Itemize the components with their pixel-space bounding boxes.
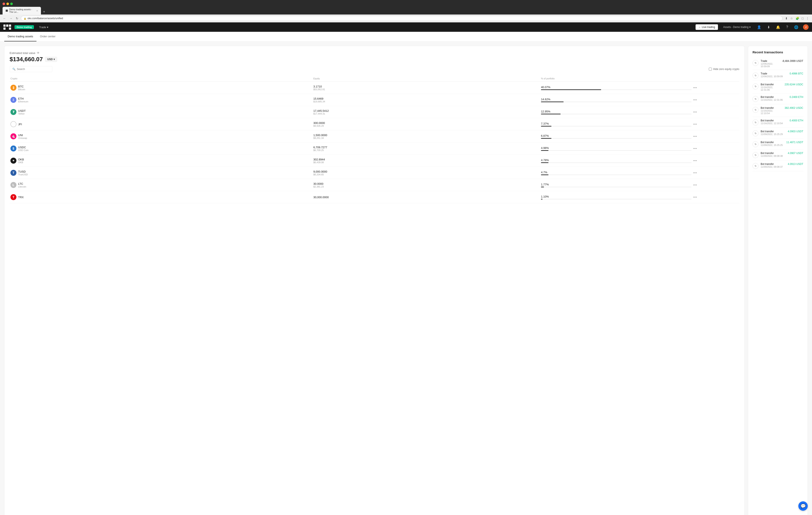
more-options-btn[interactable]: ••• xyxy=(693,98,738,102)
crypto-names: TRX xyxy=(18,196,24,199)
tx-date: 11/16/2022, 12:31:06 xyxy=(761,99,787,101)
transaction-item: ↻ Bot transfer 11/09/2022, 15:25:25 11.4… xyxy=(753,139,803,150)
globe-icon-btn[interactable]: 🌐 xyxy=(793,24,800,30)
search-icon: 🔍 xyxy=(12,67,16,71)
right-panel: Recent transactions ↻ Trade 12/06/2022, … xyxy=(748,46,808,515)
currency-selector[interactable]: USD ▾ xyxy=(45,57,57,62)
table-row: 🦄 UNI Uniswap 1,500.0000 $9,251.34 6.87%… xyxy=(9,130,739,142)
more-options-btn[interactable]: ••• xyxy=(693,86,738,89)
tx-date: 11/09/2022, 15:25:29 xyxy=(761,133,786,135)
tab-close-btn[interactable]: ✕ xyxy=(36,9,38,12)
close-window-btn[interactable] xyxy=(3,3,5,5)
tx-date: 12/06/2022, 10:59:09 xyxy=(761,62,780,67)
puzzle-btn[interactable]: 🧩 xyxy=(795,16,800,21)
tx-info: Trade 12/06/2022, 10:59:09 xyxy=(761,72,787,78)
crypto-names: BTC Bitcoin xyxy=(18,85,25,91)
crypto-icon-usdc: $ xyxy=(10,145,17,152)
crypto-full-name: Uniswap xyxy=(18,137,27,139)
trade-label: Trade xyxy=(39,26,46,29)
assets-dropdown[interactable]: Assets - Demo trading ▾ xyxy=(721,24,752,30)
equity-usd: $6,709.25 xyxy=(314,149,539,152)
minimize-window-btn[interactable] xyxy=(6,3,9,5)
progress-bar xyxy=(541,138,551,139)
search-box[interactable]: 🔍 xyxy=(9,66,52,72)
help-icon-btn[interactable]: ? xyxy=(785,24,789,30)
menu-btn[interactable]: ⋮ xyxy=(805,16,810,21)
tab-order-center[interactable]: Order center xyxy=(36,32,59,42)
progress-bar xyxy=(541,126,551,127)
assets-dropdown-chevron-icon: ▾ xyxy=(749,26,751,29)
fullscreen-window-btn[interactable] xyxy=(10,3,13,5)
tx-type: Bot transfer xyxy=(761,96,787,99)
tx-date: 11/16/2022, 12:10:54 xyxy=(761,122,787,125)
crypto-full-name: Ethereum xyxy=(18,100,28,103)
more-options-btn[interactable]: ••• xyxy=(693,135,738,138)
more-options-btn[interactable]: ••• xyxy=(693,171,738,174)
total-value-row: $134,660.07 USD ▾ xyxy=(9,56,739,63)
search-input[interactable] xyxy=(17,67,50,71)
tx-icon: ↻ xyxy=(753,152,758,158)
back-button[interactable]: ← xyxy=(2,16,7,21)
transaction-item: ↻ Bot transfer 11/09/2022, 15:25:29 4.09… xyxy=(753,128,803,139)
transaction-item: ↻ Bot transfer 11/16/2022, 12:31:06 235.… xyxy=(753,81,803,93)
browser-toolbar: ← → ↻ 🔒 okx.com/balance/assets/unified ⬇… xyxy=(0,15,812,22)
live-trading-button[interactable]: ← Live trading xyxy=(696,24,718,30)
bookmark-btn[interactable]: ☆ xyxy=(789,16,794,21)
forward-button[interactable]: → xyxy=(8,16,13,21)
crypto-icon-ltc: Ł xyxy=(10,182,17,188)
more-options-btn[interactable]: ••• xyxy=(693,183,738,187)
tx-info: Trade 12/06/2022, 10:59:09 xyxy=(761,59,780,67)
tab-demo-trading-assets[interactable]: Demo trading assets xyxy=(4,32,36,42)
logo[interactable] xyxy=(3,25,11,30)
download-icon-btn[interactable]: ⬇ xyxy=(766,24,771,30)
active-tab[interactable]: ⬛ Demo trading assets - The Le... ✕ xyxy=(3,7,41,15)
equity-cell: 3.1710 $53,952.81 xyxy=(314,85,539,91)
tx-icon: ↻ xyxy=(753,130,758,136)
trade-nav-item[interactable]: Trade ▾ xyxy=(37,24,50,30)
svg-rect-3 xyxy=(3,28,5,30)
tx-icon: ↻ xyxy=(753,107,758,113)
more-options-btn[interactable]: ••• xyxy=(693,195,738,199)
tab-bar: ⬛ Demo trading assets - The Le... ✕ + xyxy=(3,7,809,15)
address-bar[interactable]: 🔒 okx.com/balance/assets/unified xyxy=(21,16,783,21)
portfolio-pct-cell: 6.87% xyxy=(541,134,692,139)
tx-info: Bot transfer 11/16/2022, 12:10:54 xyxy=(761,119,787,125)
equity-amount: 17,445.5412 xyxy=(314,109,539,112)
eye-icon[interactable]: 👁 xyxy=(37,51,40,55)
notification-icon-btn[interactable]: 🔔 xyxy=(775,24,782,30)
tx-icon: ↻ xyxy=(753,141,758,147)
svg-rect-0 xyxy=(3,25,5,27)
more-options-btn[interactable]: ••• xyxy=(693,110,738,114)
avatar[interactable]: J xyxy=(803,24,809,30)
more-options-btn[interactable]: ••• xyxy=(693,159,738,162)
tx-icon: ↻ xyxy=(753,163,758,169)
equity-amount: 302.8944 xyxy=(314,158,539,161)
portfolio-pct: 1.10% xyxy=(541,195,692,198)
url-text: okx.com/balance/assets/unified xyxy=(28,17,63,20)
refresh-button[interactable]: ↻ xyxy=(15,16,19,21)
portfolio-pct: 4.78% xyxy=(541,159,692,162)
table-row: ₮ USDT Tether 17,445.5412 $17,444.31 12.… xyxy=(9,106,739,118)
tx-date: 11/16/2022, 12:10:54 xyxy=(761,109,783,114)
more-options-btn[interactable]: ••• xyxy=(693,147,738,150)
equity-amount: 9,000.0000 xyxy=(314,170,539,173)
hide-zero-checkbox[interactable] xyxy=(709,67,712,71)
crypto-names: ETH Ethereum xyxy=(18,97,28,103)
account-icon-btn[interactable]: 👤 xyxy=(756,24,762,30)
crypto-full-name: Bitcoin xyxy=(18,88,25,91)
crypto-info: Ξ ETH Ethereum xyxy=(10,97,312,103)
progress-bar xyxy=(541,89,601,90)
equity-cell: 15.6469 $19,685.34 xyxy=(314,97,539,103)
crypto-names: USDT Tether xyxy=(18,109,26,115)
crypto-names: OKB OKB xyxy=(18,158,24,164)
table-row: T TRX 30,000.0000 1.10% ••• xyxy=(9,191,739,203)
chat-button[interactable]: 💬 xyxy=(799,502,808,511)
equity-cell: 30.0000 $2,381.23 xyxy=(314,182,539,188)
equity-usd: $17,444.31 xyxy=(314,112,539,115)
new-tab-button[interactable]: + xyxy=(41,9,47,15)
profile-btn[interactable]: □ xyxy=(801,16,804,21)
tx-info: Bot transfer 11/16/2022, 12:31:06 xyxy=(761,96,787,101)
extensions-btn[interactable]: ⬇ xyxy=(784,16,788,21)
transaction-item: ↻ Bot transfer 11/09/2022, 09:08:37 4.09… xyxy=(753,160,803,171)
more-options-btn[interactable]: ••• xyxy=(693,123,738,126)
